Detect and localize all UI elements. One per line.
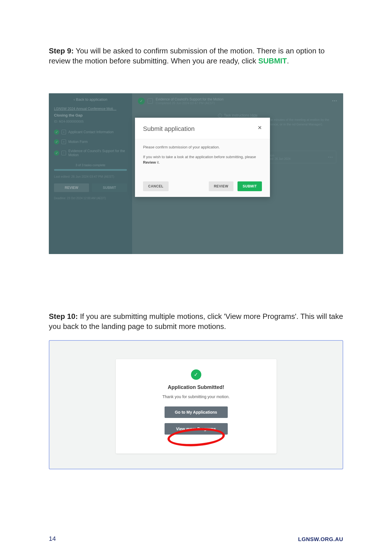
step9-paragraph: Step 9: You will be asked to confirm sub… — [49, 46, 343, 66]
modal-line2-review-word: Review — [143, 160, 156, 164]
close-icon[interactable]: ✕ — [258, 125, 262, 130]
confirmation-heading: Application Submitted! — [116, 384, 277, 390]
footer-site: LGNSW.ORG.AU — [298, 536, 343, 543]
confirmation-card: ✓ Application Submitted! Thank you for s… — [116, 359, 277, 454]
review-button[interactable]: REVIEW — [209, 181, 233, 191]
step9-submit-word: SUBMIT — [258, 57, 287, 65]
submit-button[interactable]: SUBMIT — [237, 181, 262, 191]
check-icon: ✓ — [191, 369, 201, 380]
modal-line2: If you wish to take a look at the applic… — [143, 154, 262, 165]
app-screenshot: ‹Back to application LGNSW 2024 Annual C… — [49, 93, 343, 254]
cancel-button[interactable]: CANCEL — [143, 181, 169, 191]
step9-text-b: . — [287, 57, 289, 65]
step10-label: Step 10: — [49, 312, 78, 321]
confirmation-body: Thank you for submitting your motion. — [116, 394, 277, 399]
modal-line1: Please confirm submission of your applic… — [143, 144, 262, 150]
modal-line2a: If you wish to take a look at the applic… — [143, 155, 256, 159]
page-footer: 14 LGNSW.ORG.AU — [49, 535, 343, 543]
confirmation-screenshot: ✓ Application Submitted! Thank you for s… — [49, 340, 343, 469]
submit-application-modal: Submit application ✕ Please confirm subm… — [135, 118, 270, 197]
go-to-my-applications-button[interactable]: Go to My Applications — [165, 406, 228, 418]
step10-paragraph: Step 10: If you are submitting multiple … — [49, 311, 343, 332]
modal-line2c: it. — [156, 160, 160, 164]
step10-text: If you are submitting multiple motions, … — [49, 312, 343, 331]
step9-label: Step 9: — [49, 47, 74, 55]
page-number: 14 — [49, 535, 56, 543]
view-more-programs-button[interactable]: View more Programs — [165, 423, 228, 435]
modal-title: Submit application — [143, 125, 195, 133]
